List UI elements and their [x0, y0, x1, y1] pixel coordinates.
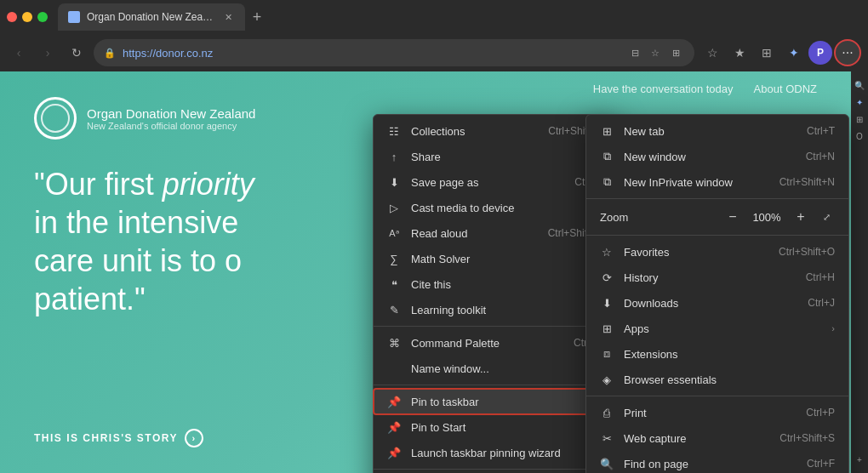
- sidebar-office[interactable]: O: [853, 129, 866, 143]
- menu-item-find[interactable]: 🔍 Find on page Ctrl+F: [586, 451, 848, 473]
- menu-item-math-solver[interactable]: ∑ Math Solver: [374, 246, 617, 271]
- toolbar-collections-icon[interactable]: ⊞: [754, 40, 779, 66]
- menu-item-pin-start-label: Pin to Start: [411, 421, 603, 434]
- cast-icon: ▷: [387, 201, 401, 214]
- menu-item-launch-wizard[interactable]: 📌 Launch taskbar pinning wizard: [374, 440, 617, 465]
- refresh-button[interactable]: ↻: [65, 41, 89, 65]
- menu-item-pin-start[interactable]: 📌 Pin to Start: [374, 414, 617, 440]
- hero-text-part4: patient.": [34, 282, 146, 316]
- menu-item-favorites[interactable]: ☆ Favorites Ctrl+Shift+O: [586, 239, 848, 265]
- menu-item-web-capture[interactable]: ✂ Web capture Ctrl+Shift+S: [586, 425, 848, 451]
- fav-icon[interactable]: ☆: [647, 44, 664, 61]
- address-bar-row: ‹ › ↻ 🔒 https://donor.co.nz ⊟ ☆ ⊞ ☆ ★ ⊞ …: [0, 34, 868, 71]
- menu-item-collections[interactable]: ☷ Collections Ctrl+Shift+Y: [374, 118, 617, 144]
- story-link-text: THIS IS CHRIS'S STORY: [34, 432, 178, 444]
- menu-item-downloads-label: Downloads: [624, 297, 797, 310]
- page-nav: Have the conversation today About ODNZ: [593, 83, 817, 95]
- sidebar-search[interactable]: 🔍: [853, 78, 866, 92]
- logo-text: Organ Donation New Zealand New Zealand's…: [87, 106, 255, 131]
- active-tab[interactable]: Organ Donation New Zealand ✕: [58, 3, 245, 31]
- menu-item-new-tab[interactable]: ⊞ New tab Ctrl+T: [586, 118, 848, 144]
- title-bar: Organ Donation New Zealand ✕ +: [0, 0, 868, 34]
- menu-item-downloads[interactable]: ⬇ Downloads Ctrl+J: [586, 290, 848, 316]
- hero-text-part2: in the intensive: [34, 205, 238, 240]
- page-nav-conversation[interactable]: Have the conversation today: [593, 83, 734, 95]
- tab-favicon: [68, 11, 80, 23]
- menu-item-cast-label: Cast media to device: [411, 202, 603, 214]
- read-view-icon[interactable]: ⊟: [626, 44, 643, 61]
- menu-item-cite-label: Cite this: [411, 278, 603, 291]
- sidebar-plus[interactable]: +: [853, 453, 866, 466]
- menu-item-pin-taskbar[interactable]: 📌 Pin to taskbar: [374, 389, 617, 414]
- menu-item-pin-taskbar-label: Pin to taskbar: [411, 396, 603, 408]
- menu-item-inprivate-shortcut: Ctrl+Shift+N: [779, 176, 835, 188]
- logo-title: Organ Donation New Zealand: [87, 106, 255, 121]
- history-icon: ⟳: [600, 271, 614, 284]
- menu-item-history[interactable]: ⟳ History Ctrl+H: [586, 265, 848, 290]
- menu-divider-r3: [586, 396, 848, 396]
- menu-item-inprivate-label: New InPrivate window: [624, 176, 769, 189]
- print-icon: ⎙: [600, 406, 614, 419]
- menu-item-new-window-shortcut: Ctrl+N: [806, 151, 835, 162]
- apps-arrow: ›: [831, 323, 835, 333]
- menu-item-share[interactable]: ↑ Share: [374, 144, 617, 169]
- menu-item-save-label: Save page as: [411, 176, 564, 189]
- menu-divider-3: [374, 469, 617, 470]
- story-link[interactable]: THIS IS CHRIS'S STORY ›: [34, 429, 203, 447]
- back-button[interactable]: ‹: [7, 41, 31, 65]
- menu-item-cast[interactable]: ▷ Cast media to device: [374, 195, 617, 220]
- web-capture-icon: ✂: [600, 431, 614, 445]
- menu-item-find-label: Find on page: [624, 458, 797, 470]
- menu-item-cite[interactable]: ❝ Cite this: [374, 271, 617, 297]
- url-text: https://donor.co.nz: [123, 47, 620, 60]
- profile-avatar[interactable]: P: [808, 41, 832, 65]
- page-nav-about[interactable]: About ODNZ: [754, 83, 817, 95]
- toolbar-fav-icon[interactable]: ★: [727, 40, 752, 66]
- menu-item-apps[interactable]: ⊞ Apps ›: [586, 316, 848, 341]
- zoom-plus-button[interactable]: +: [791, 207, 811, 227]
- menu-item-browser-essentials[interactable]: ◈ Browser essentials: [586, 367, 848, 392]
- menu-item-favorites-label: Favorites: [624, 246, 768, 259]
- sidebar-collections[interactable]: ⊞: [853, 112, 866, 126]
- menu-item-new-tab-label: New tab: [624, 125, 797, 138]
- settings-more-button[interactable]: ···: [834, 39, 861, 66]
- menu-item-history-shortcut: Ctrl+H: [806, 271, 835, 283]
- menu-divider-r2: [586, 235, 848, 236]
- save-icon: ⬇: [387, 175, 401, 189]
- address-bar[interactable]: 🔒 https://donor.co.nz ⊟ ☆ ⊞: [94, 39, 694, 66]
- menu-item-command-palette[interactable]: ⌘ Command Palette Ctrl+Q: [374, 330, 617, 356]
- menu-item-read-aloud[interactable]: Aᵃ Read aloud Ctrl+Shift+U: [374, 220, 617, 246]
- menu-item-new-window[interactable]: ⧉ New window Ctrl+N: [586, 144, 848, 169]
- toolbar-icons: ☆ ★ ⊞ ✦ P ···: [700, 39, 861, 66]
- menu-item-print[interactable]: ⎙ Print Ctrl+P: [586, 400, 848, 425]
- new-tab-button[interactable]: +: [245, 5, 269, 29]
- zoom-minus-button[interactable]: −: [722, 207, 743, 227]
- tab-close-button[interactable]: ✕: [221, 10, 235, 24]
- logo-subtitle: New Zealand's official donor agency: [87, 121, 255, 131]
- menu-item-name-window[interactable]: Name window...: [374, 356, 617, 381]
- collections-icon[interactable]: ⊞: [667, 44, 684, 61]
- menu-item-learning-toolkit[interactable]: ✎ Learning toolkit: [374, 297, 617, 322]
- menu-item-math-label: Math Solver: [411, 253, 603, 265]
- tab-bar: Organ Donation New Zealand ✕ +: [58, 3, 861, 31]
- menu-item-inprivate[interactable]: ⧉ New InPrivate window Ctrl+Shift+N: [586, 169, 848, 195]
- hero-quote: "Our first priority in the intensive car…: [34, 165, 254, 318]
- menu-item-extensions[interactable]: ⧈ Extensions: [586, 341, 848, 367]
- command-icon: ⌘: [387, 336, 401, 350]
- menu-item-save-page[interactable]: ⬇ Save page as Ctrl+S: [374, 169, 617, 195]
- sidebar-copilot[interactable]: ✦: [853, 95, 866, 109]
- extensions-icon: ⧈: [600, 347, 614, 361]
- share-icon: ↑: [387, 150, 401, 163]
- menu-item-wizard-label: Launch taskbar pinning wizard: [411, 447, 603, 459]
- zoom-expand-button[interactable]: ⤢: [818, 208, 835, 225]
- toolbar-copilot-icon[interactable]: ✦: [781, 40, 807, 66]
- forward-button[interactable]: ›: [36, 41, 60, 65]
- traffic-lights: [7, 12, 48, 22]
- minimize-button[interactable]: [22, 12, 32, 22]
- toolbar-star-icon[interactable]: ☆: [700, 40, 725, 66]
- maximize-button[interactable]: [37, 12, 48, 22]
- menu-item-learning-label: Learning toolkit: [411, 304, 603, 316]
- hero-text-part1: "Our first: [34, 167, 163, 202]
- close-button[interactable]: [7, 12, 17, 22]
- apps-icon: ⊞: [600, 322, 614, 335]
